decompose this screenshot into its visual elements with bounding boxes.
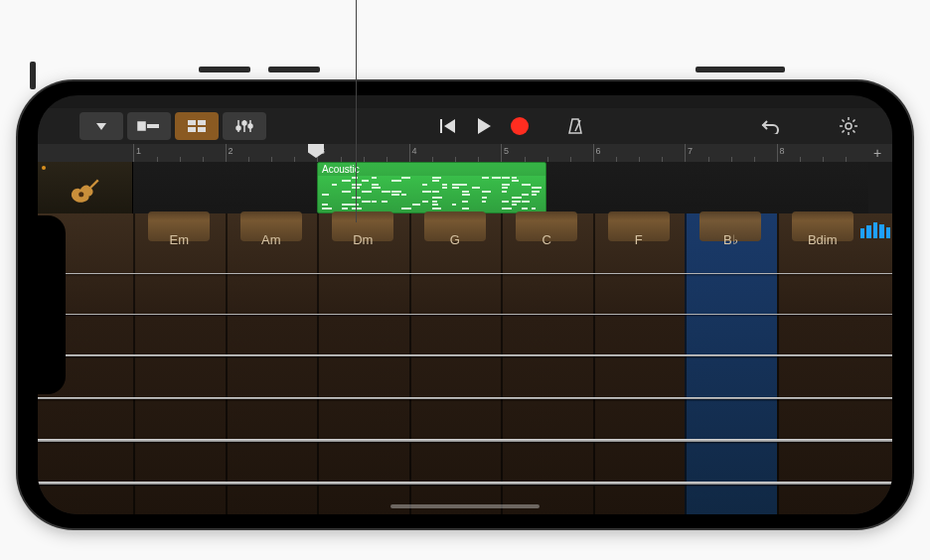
tracks-view-button[interactable]: [127, 112, 171, 140]
svg-rect-12: [440, 119, 442, 133]
screen: 12345678 + Acoustic: [38, 95, 892, 514]
track-header[interactable]: [38, 162, 133, 213]
undo-button[interactable]: [757, 112, 785, 140]
string-2[interactable]: [38, 314, 892, 315]
chord-Bb[interactable]: B♭: [685, 223, 777, 255]
string-4[interactable]: [38, 397, 892, 399]
midi-region[interactable]: Acoustic: [317, 162, 546, 213]
mixer-button[interactable]: [223, 112, 266, 140]
playhead[interactable]: [316, 144, 324, 158]
svg-point-7: [236, 126, 240, 130]
string-3[interactable]: [38, 354, 892, 356]
chord-row: EmAmDmGCFB♭Bdim: [133, 223, 868, 255]
fretboard: EmAmDmGCFB♭Bdim: [38, 213, 892, 514]
track-lane: Acoustic: [38, 162, 892, 213]
track-enabled-dot-icon: [42, 166, 46, 170]
guitar-icon: [69, 171, 102, 205]
svg-rect-0: [138, 122, 145, 130]
string-1[interactable]: [38, 273, 892, 274]
record-button[interactable]: [506, 112, 534, 140]
chord-Em[interactable]: Em: [133, 223, 226, 255]
phone-silent-switch: [30, 62, 36, 89]
chord-F[interactable]: F: [593, 223, 686, 255]
svg-rect-5: [198, 127, 206, 132]
notch: [38, 215, 66, 394]
phone-frame: 12345678 + Acoustic: [18, 81, 912, 528]
svg-point-9: [242, 121, 246, 125]
track-body[interactable]: Acoustic: [133, 162, 868, 213]
svg-rect-4: [188, 127, 196, 132]
phone-side-button: [696, 67, 785, 72]
menu-button[interactable]: [79, 112, 123, 140]
svg-point-15: [78, 192, 83, 197]
callout-line: [356, 0, 357, 222]
go-to-start-button[interactable]: [434, 112, 462, 140]
region-label: Acoustic: [318, 163, 545, 176]
chord-G[interactable]: G: [409, 223, 502, 255]
string-6[interactable]: [38, 482, 892, 485]
svg-rect-3: [198, 120, 206, 125]
chord-C[interactable]: C: [501, 223, 593, 255]
grid-view-button[interactable]: [175, 112, 219, 140]
phone-volume-down: [268, 67, 320, 72]
chord-Am[interactable]: Am: [226, 223, 318, 255]
svg-point-14: [846, 123, 852, 129]
chord-Bdim[interactable]: Bdim: [777, 223, 869, 255]
chord-Dm[interactable]: Dm: [317, 223, 409, 255]
level-meter-icon: [860, 222, 890, 238]
svg-point-11: [248, 124, 252, 128]
string-5[interactable]: [38, 439, 892, 442]
add-bars-button[interactable]: +: [868, 144, 886, 162]
toolbar: [38, 108, 892, 144]
strings: [38, 273, 892, 485]
svg-rect-1: [147, 124, 159, 128]
ruler[interactable]: 12345678 +: [38, 144, 892, 162]
home-indicator: [390, 504, 540, 508]
metronome-button[interactable]: [561, 112, 589, 140]
phone-volume-up: [199, 67, 250, 72]
svg-rect-2: [188, 120, 196, 125]
play-button[interactable]: [470, 112, 498, 140]
settings-button[interactable]: [835, 112, 862, 140]
